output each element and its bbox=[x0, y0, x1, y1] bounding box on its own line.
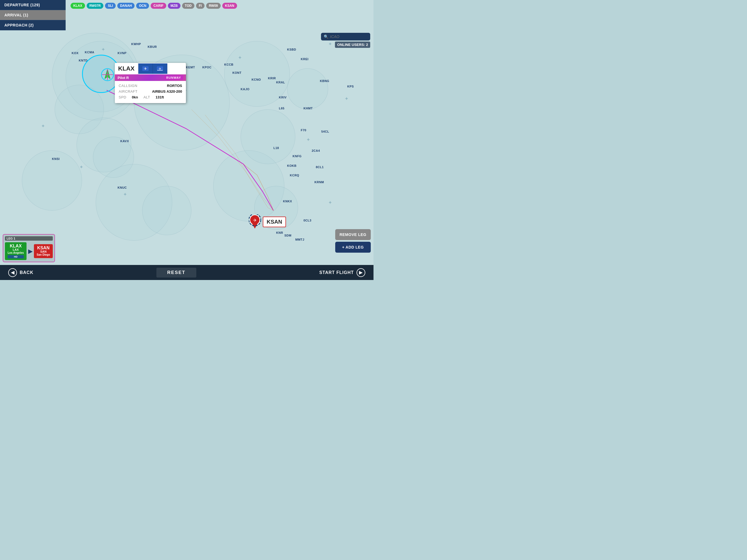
waypoint-tag-mzb[interactable]: MZB bbox=[168, 3, 180, 9]
map-label-kavx: KAVX bbox=[120, 139, 129, 143]
waypoint-tag-rw07r[interactable]: RW07R bbox=[87, 3, 104, 9]
popup-callsign-label: CALLSIGN bbox=[119, 84, 137, 88]
map-label-2ca4: 2CA4 bbox=[312, 149, 320, 152]
popup-alt-label: ALT bbox=[144, 95, 150, 99]
map-label-sdm: SDM bbox=[284, 234, 291, 237]
map-label-kox: KOX bbox=[72, 51, 78, 55]
map-label-khmt: KHMT bbox=[304, 107, 313, 110]
map-label-krei: KREI bbox=[301, 57, 308, 61]
map-label-l65: L65 bbox=[279, 107, 284, 110]
search-input[interactable] bbox=[330, 34, 368, 39]
left-panel: DEPARTURE (129) ARRIVAL (1) APPROACH (2) bbox=[0, 0, 66, 30]
popup-action-icons: ✈ ✈ bbox=[138, 63, 168, 74]
departure-item[interactable]: DEPARTURE (129) bbox=[0, 0, 66, 10]
ksan-airport-icon[interactable]: ✈ KSAN bbox=[249, 214, 286, 229]
popup-aircraft-label: AIRCRAFT bbox=[119, 90, 137, 94]
waypoint-tag-tod[interactable]: TOD bbox=[182, 3, 195, 9]
popup-runway-badge: RUNWAY bbox=[164, 75, 183, 80]
leg-destination-box[interactable]: KSAN SAN San Diego bbox=[34, 244, 53, 258]
reset-button[interactable]: RESET bbox=[156, 268, 197, 278]
leg-origin-code: KLAX bbox=[8, 244, 24, 248]
map-label-kriv: KRIV bbox=[279, 96, 287, 99]
map-label-kajo: KAJO bbox=[241, 87, 250, 91]
waypoint-tag-ksan[interactable]: KSAN bbox=[222, 3, 237, 9]
svg-text:✈: ✈ bbox=[159, 67, 161, 71]
map-label-0cl3: 0CL3 bbox=[304, 219, 311, 222]
popup-header: KLAX ✈ ✈ bbox=[115, 63, 186, 74]
map-label-kbng: KBNG bbox=[320, 79, 329, 82]
search-icon: 🔍 bbox=[324, 34, 328, 39]
popup-body: CALLSIGN RORTOS AIRCRAFT AIRBUS A320-200… bbox=[115, 81, 186, 103]
waypoint-tag-fi[interactable]: FI bbox=[196, 3, 205, 9]
bottom-bar: ◀ BACK RESET START FLIGHT ▶ bbox=[0, 265, 374, 280]
waypoint-tag-danah[interactable]: DANAH bbox=[117, 3, 134, 9]
map-label-krnm: KRNM bbox=[314, 180, 324, 184]
waypoint-tag-klax[interactable]: KLAX bbox=[71, 3, 85, 9]
leg-origin-city-code: LAX bbox=[8, 248, 24, 251]
map-label-8cl1: 8CL1 bbox=[316, 166, 324, 169]
popup-spd-label: SPD bbox=[119, 95, 126, 99]
map-label-kcrq: KCRQ bbox=[290, 174, 299, 177]
map-label-kcno: KCNO bbox=[252, 78, 261, 81]
map-label-knr: KNR bbox=[276, 231, 283, 234]
leg-dest-city: San Diego bbox=[36, 253, 50, 256]
popup-callsign-value: RORTOS bbox=[167, 84, 182, 88]
svg-text:✈: ✈ bbox=[144, 67, 147, 71]
waypoint-tags: KLAXRW07RSLIDANAHOCNCARIFMZBTODFIRW09KSA… bbox=[71, 3, 237, 9]
map-label-knuc: KNUC bbox=[118, 186, 127, 189]
popup-callsign-row: CALLSIGN RORTOS bbox=[119, 84, 182, 88]
waypoint-tag-sli[interactable]: SLI bbox=[105, 3, 115, 9]
map-label-kwhp: KWHP bbox=[131, 42, 141, 46]
map-label-kpoc: KPOC bbox=[202, 66, 212, 69]
popup-pilot-label: Pilot R bbox=[118, 76, 129, 80]
popup-airport-code: KLAX bbox=[115, 63, 138, 74]
add-leg-button[interactable]: + ADD LEG bbox=[335, 242, 371, 253]
leg-dest-city-code: SAN bbox=[36, 250, 50, 253]
map-label-kemt: KEMT bbox=[186, 66, 195, 69]
leg-hd-badge: HD bbox=[8, 255, 24, 258]
map-label-f70: F70 bbox=[301, 128, 306, 132]
map-label-knfg: KNFG bbox=[292, 154, 302, 158]
svg-text:✈: ✈ bbox=[253, 218, 257, 223]
aircraft-info-popup: KLAX ✈ ✈ Pilot R RUNWAY CALLSIGN ROR bbox=[115, 63, 186, 103]
approach-item[interactable]: APPROACH (2) bbox=[0, 20, 66, 30]
map-label-mmtj: MMTJ bbox=[295, 238, 304, 241]
right-action-buttons: REMOVE LEG + ADD LEG bbox=[335, 229, 371, 253]
remove-leg-button[interactable]: REMOVE LEG bbox=[335, 229, 371, 240]
map-label-kccb: KCCB bbox=[224, 63, 233, 66]
leg-origin-box[interactable]: KLAX LAX Los Angeles HD bbox=[5, 242, 27, 260]
popup-spd-value: 0kn bbox=[132, 95, 138, 99]
arrival-item[interactable]: ARRIVAL (1) bbox=[0, 10, 66, 20]
leg-panel: LEG 1 KLAX LAX Los Angeles HD ▶ KSAN SAN… bbox=[3, 234, 55, 262]
leg-dest-code: KSAN bbox=[36, 246, 50, 250]
popup-spd-alt-row: SPD 0kn ALT 131ft bbox=[119, 95, 182, 99]
popup-departure-icon[interactable]: ✈ bbox=[138, 63, 153, 74]
map-label-kokb: KOKB bbox=[287, 164, 297, 167]
popup-landing-icon[interactable]: ✈ bbox=[153, 63, 168, 74]
search-bar[interactable]: 🔍 bbox=[321, 33, 370, 41]
map-label-knsi: KNSI bbox=[52, 157, 60, 160]
back-icon: ◀ bbox=[8, 268, 17, 277]
waypoint-tag-carif[interactable]: CARIF bbox=[151, 3, 166, 9]
back-button[interactable]: ◀ BACK bbox=[8, 268, 33, 277]
waypoint-tag-rw09[interactable]: RW09 bbox=[206, 3, 221, 9]
map-label-kcma: KCMA bbox=[85, 51, 94, 54]
map-label-kvnp: KVNP bbox=[118, 51, 127, 55]
map-label-54cl: 54CL bbox=[321, 130, 329, 133]
aircraft-icon[interactable] bbox=[101, 68, 114, 81]
popup-pilot-row: Pilot R RUNWAY bbox=[115, 74, 186, 81]
leg-arrow-icon: ▶ bbox=[28, 248, 32, 255]
map-container[interactable]: ✦ ✦ ✦ ✦ ✦ ✦ ✦ ✦ ✦ ✦ KWHPKBURKVNPKCMAKNTD… bbox=[0, 0, 374, 280]
leg-airports: KLAX LAX Los Angeles HD ▶ KSAN SAN San D… bbox=[5, 242, 53, 260]
map-label-kbur: KBUR bbox=[148, 45, 157, 48]
leg-origin-city: Los Angeles bbox=[8, 251, 24, 255]
popup-alt-value: 131ft bbox=[156, 95, 164, 99]
online-users-label: ONLINE USERS: 2 bbox=[335, 42, 370, 48]
start-flight-button[interactable]: START FLIGHT ▶ bbox=[319, 268, 365, 277]
waypoint-tag-ocn[interactable]: OCN bbox=[136, 3, 149, 9]
map-label-kont: KONT bbox=[232, 71, 241, 74]
map-label-l18: L18 bbox=[274, 146, 279, 150]
popup-aircraft-value: AIRBUS A320-200 bbox=[152, 90, 182, 94]
leg-number-label: LEG 1 bbox=[5, 236, 53, 240]
start-icon: ▶ bbox=[357, 268, 365, 277]
